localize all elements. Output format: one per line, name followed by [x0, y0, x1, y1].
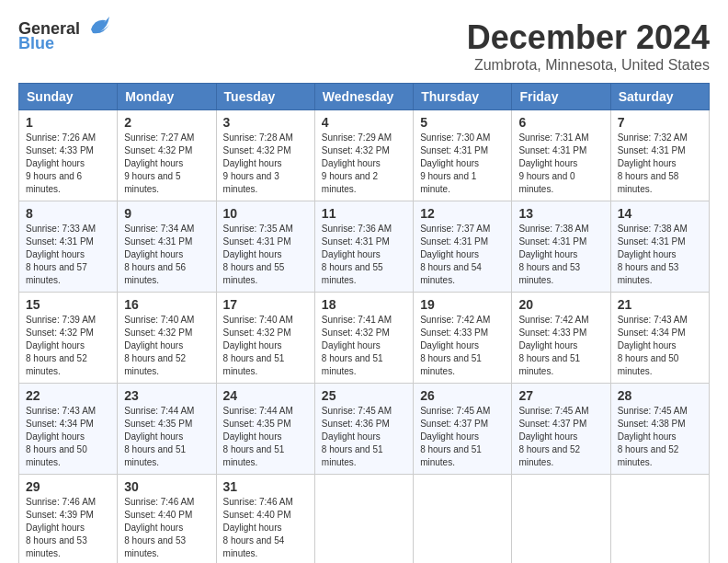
sunrise-label: Sunrise: 7:38 AM — [618, 224, 688, 234]
calendar-cell: 2 Sunrise: 7:27 AM Sunset: 4:32 PM Dayli… — [118, 110, 216, 201]
sunrise-label: Sunrise: 7:45 AM — [618, 406, 688, 416]
day-number: 31 — [223, 479, 308, 494]
daylight-label: Daylight hours — [618, 158, 677, 168]
sunset-label: Sunset: 4:31 PM — [518, 145, 586, 155]
header-sunday: Sunday — [19, 84, 118, 110]
sunrise-label: Sunrise: 7:42 AM — [420, 315, 490, 325]
day-info: Sunrise: 7:33 AM Sunset: 4:31 PM Dayligh… — [26, 223, 110, 287]
day-info: Sunrise: 7:45 AM Sunset: 4:38 PM Dayligh… — [618, 405, 702, 469]
day-number: 6 — [518, 115, 603, 130]
calendar-cell: 14 Sunrise: 7:38 AM Sunset: 4:31 PM Dayl… — [610, 201, 709, 293]
sunrise-label: Sunrise: 7:46 AM — [124, 497, 194, 507]
daylight-label: Daylight hours — [124, 340, 183, 350]
daylight-label: Daylight hours — [420, 158, 479, 168]
calendar-cell: 11 Sunrise: 7:36 AM Sunset: 4:31 PM Dayl… — [314, 201, 413, 293]
daylight-value: 9 hours and 3 minutes. — [223, 171, 279, 194]
daylight-label: Daylight hours — [26, 340, 85, 350]
calendar-cell: 21 Sunrise: 7:43 AM Sunset: 4:34 PM Dayl… — [610, 293, 709, 384]
day-number: 4 — [322, 115, 406, 130]
daylight-label: Daylight hours — [322, 249, 381, 259]
daylight-value: 8 hours and 51 minutes. — [223, 444, 285, 467]
daylight-label: Daylight hours — [26, 523, 85, 533]
sunrise-label: Sunrise: 7:44 AM — [124, 406, 194, 416]
calendar-cell: 9 Sunrise: 7:34 AM Sunset: 4:31 PM Dayli… — [118, 201, 216, 293]
day-info: Sunrise: 7:40 AM Sunset: 4:32 PM Dayligh… — [124, 314, 209, 378]
header-thursday: Thursday — [414, 84, 512, 110]
day-number: 24 — [223, 388, 308, 403]
day-info: Sunrise: 7:44 AM Sunset: 4:35 PM Dayligh… — [223, 405, 308, 469]
sunset-label: Sunset: 4:33 PM — [518, 327, 586, 338]
daylight-value: 8 hours and 51 minutes. — [124, 444, 186, 467]
day-number: 15 — [26, 297, 110, 312]
day-number: 1 — [26, 115, 110, 130]
header-wednesday: Wednesday — [314, 84, 413, 110]
day-number: 14 — [618, 206, 702, 221]
sunrise-label: Sunrise: 7:46 AM — [26, 497, 96, 507]
calendar-cell: 1 Sunrise: 7:26 AM Sunset: 4:33 PM Dayli… — [19, 110, 118, 201]
day-number: 12 — [420, 206, 505, 221]
calendar-week-2: 8 Sunrise: 7:33 AM Sunset: 4:31 PM Dayli… — [19, 201, 710, 293]
day-info: Sunrise: 7:31 AM Sunset: 4:31 PM Dayligh… — [518, 132, 603, 196]
daylight-value: 8 hours and 51 minutes. — [322, 444, 383, 467]
daylight-value: 8 hours and 51 minutes. — [518, 353, 580, 376]
sunrise-label: Sunrise: 7:43 AM — [618, 315, 688, 325]
daylight-label: Daylight hours — [618, 249, 677, 259]
header-tuesday: Tuesday — [216, 84, 314, 110]
daylight-value: 8 hours and 51 minutes. — [322, 353, 383, 376]
sunset-label: Sunset: 4:32 PM — [322, 145, 390, 155]
logo-bird-icon — [84, 11, 113, 40]
calendar-cell: 17 Sunrise: 7:40 AM Sunset: 4:32 PM Dayl… — [216, 293, 314, 384]
sunset-label: Sunset: 4:31 PM — [124, 236, 192, 247]
day-info: Sunrise: 7:42 AM Sunset: 4:33 PM Dayligh… — [420, 314, 505, 378]
day-info: Sunrise: 7:27 AM Sunset: 4:32 PM Dayligh… — [124, 132, 209, 196]
sunrise-label: Sunrise: 7:27 AM — [124, 132, 194, 143]
daylight-value: 9 hours and 5 minutes. — [124, 171, 180, 194]
sunset-label: Sunset: 4:38 PM — [618, 419, 686, 429]
day-number: 27 — [518, 388, 603, 403]
day-number: 2 — [124, 115, 209, 130]
sunset-label: Sunset: 4:31 PM — [223, 236, 291, 247]
calendar-table: SundayMondayTuesdayWednesdayThursdayFrid… — [18, 83, 710, 563]
sunset-label: Sunset: 4:31 PM — [420, 145, 488, 155]
sunrise-label: Sunrise: 7:38 AM — [518, 224, 588, 234]
sunset-label: Sunset: 4:40 PM — [223, 510, 291, 520]
daylight-label: Daylight hours — [518, 249, 577, 259]
calendar-cell: 10 Sunrise: 7:35 AM Sunset: 4:31 PM Dayl… — [216, 201, 314, 293]
sunset-label: Sunset: 4:35 PM — [124, 419, 192, 429]
sunset-label: Sunset: 4:32 PM — [223, 145, 291, 155]
day-info: Sunrise: 7:39 AM Sunset: 4:32 PM Dayligh… — [26, 314, 110, 378]
day-info: Sunrise: 7:44 AM Sunset: 4:35 PM Dayligh… — [124, 405, 209, 469]
day-number: 3 — [223, 115, 308, 130]
calendar-cell: 25 Sunrise: 7:45 AM Sunset: 4:36 PM Dayl… — [314, 384, 413, 475]
calendar-cell: 6 Sunrise: 7:31 AM Sunset: 4:31 PM Dayli… — [512, 110, 610, 201]
daylight-label: Daylight hours — [124, 523, 183, 533]
sunrise-label: Sunrise: 7:45 AM — [420, 406, 490, 416]
calendar-cell: 7 Sunrise: 7:32 AM Sunset: 4:31 PM Dayli… — [610, 110, 709, 201]
day-number: 26 — [420, 388, 505, 403]
calendar-cell: 31 Sunrise: 7:46 AM Sunset: 4:40 PM Dayl… — [216, 475, 314, 564]
daylight-value: 8 hours and 53 minutes. — [518, 262, 580, 285]
daylight-label: Daylight hours — [223, 249, 282, 259]
day-info: Sunrise: 7:35 AM Sunset: 4:31 PM Dayligh… — [223, 223, 308, 287]
calendar-cell: 30 Sunrise: 7:46 AM Sunset: 4:40 PM Dayl… — [118, 475, 216, 564]
sunset-label: Sunset: 4:32 PM — [223, 327, 291, 338]
header: General Blue December 2024 Zumbrota, Min… — [18, 18, 710, 74]
calendar-cell — [314, 475, 413, 564]
daylight-label: Daylight hours — [618, 340, 677, 350]
daylight-label: Daylight hours — [26, 249, 85, 259]
sunset-label: Sunset: 4:31 PM — [26, 236, 94, 247]
daylight-value: 8 hours and 53 minutes. — [124, 535, 186, 558]
day-info: Sunrise: 7:36 AM Sunset: 4:31 PM Dayligh… — [322, 223, 406, 287]
calendar-cell — [610, 475, 709, 564]
daylight-label: Daylight hours — [26, 158, 85, 168]
daylight-value: 8 hours and 56 minutes. — [124, 262, 186, 285]
calendar-cell: 28 Sunrise: 7:45 AM Sunset: 4:38 PM Dayl… — [610, 384, 709, 475]
daylight-value: 8 hours and 54 minutes. — [223, 535, 285, 558]
sunrise-label: Sunrise: 7:33 AM — [26, 224, 96, 234]
daylight-value: 8 hours and 51 minutes. — [420, 353, 482, 376]
calendar-cell: 12 Sunrise: 7:37 AM Sunset: 4:31 PM Dayl… — [414, 201, 512, 293]
daylight-value: 8 hours and 51 minutes. — [420, 444, 482, 467]
calendar-cell: 18 Sunrise: 7:41 AM Sunset: 4:32 PM Dayl… — [314, 293, 413, 384]
daylight-label: Daylight hours — [223, 431, 282, 442]
header-saturday: Saturday — [610, 84, 709, 110]
